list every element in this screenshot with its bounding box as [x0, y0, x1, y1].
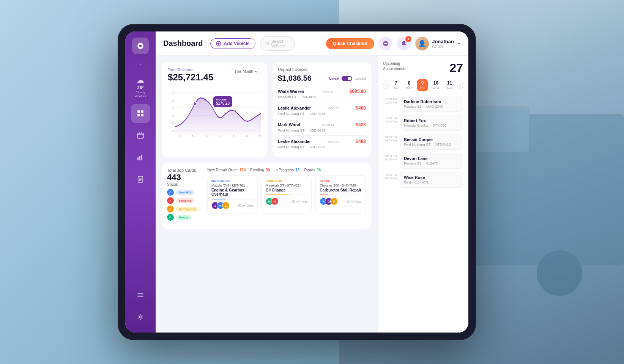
invoice-item[interactable]: Leslie Alexander #000156 $488 Ford Musta… — [278, 136, 366, 152]
notification-button[interactable]: 5 — [397, 37, 411, 50]
sidebar: › ☁ 26° CloudyWeather — [125, 31, 156, 333]
left-panel: Total Revenue $25,721.45 This Month — [156, 56, 377, 333]
svg-text:4th: 4th — [219, 135, 222, 138]
sidebar-item-analytics[interactable] — [131, 148, 150, 167]
sidebar-item-reports[interactable] — [131, 170, 150, 189]
apt-card[interactable]: Wise Rose Ford · 114-KTI — [400, 172, 463, 188]
status-badge-ready: ✓ Ready — [167, 214, 201, 221]
status-badges: ✓ New RO ✓ Pending ✓ In — [167, 189, 201, 221]
svg-rect-7 — [141, 110, 143, 113]
svg-text:9k: 9k — [172, 99, 174, 102]
svg-text:5th: 5th — [233, 135, 235, 138]
invoice-item[interactable]: Leslie Alexander #000156 $488 Ford Musta… — [278, 102, 366, 119]
user-info: Jonathan Admin — [432, 39, 454, 49]
svg-rect-15 — [139, 156, 140, 160]
svg-point-46 — [194, 102, 196, 106]
toggle-latest[interactable]: Latest — [329, 77, 339, 80]
invoice-total-row: $1,036.56 Latest Largest — [278, 74, 366, 83]
job-card-repair[interactable]: Repair Chrysler 300 · 847-YMG Carburetor… — [315, 175, 366, 213]
invoices-title: Unpaid Invoices — [278, 67, 366, 72]
status-badge-pending: ✓ Pending — [167, 197, 201, 204]
svg-text:7k: 7k — [172, 107, 174, 110]
svg-text:1k: 1k — [172, 129, 174, 132]
weather-temp: 26° — [137, 85, 144, 90]
sidebar-item-dashboard[interactable] — [131, 104, 150, 123]
svg-rect-14 — [137, 157, 139, 160]
cal-prev-btn[interactable]: ‹ — [383, 82, 389, 89]
avatar: L — [222, 202, 230, 209]
apt-title: UpcomingAppointments — [383, 61, 406, 72]
sidebar-item-calendar[interactable] — [131, 126, 150, 145]
job-progress-fluid — [266, 195, 308, 195]
job-card-fluid-flush[interactable]: Fluid Flush Maserati GT · 977-4224 Oil C… — [262, 175, 312, 213]
main-content: Dashboard Add Vehicle Search Vehicle — [156, 31, 468, 333]
clock-icon — [238, 204, 241, 207]
invoice-item[interactable]: Wade Warren #000256 $695.90 Maserati GT … — [278, 86, 366, 102]
page-title: Dashboard — [163, 39, 203, 48]
invoice-toggle[interactable]: Latest Largest — [329, 76, 366, 81]
apt-card[interactable]: Darlene Robertson Porshce 91 · MAG-2343 — [400, 96, 463, 112]
appointment-item[interactable]: 04:30 PM 05:00 PM Devon Lane Porshce 91 … — [383, 153, 463, 169]
appointment-item[interactable]: 10:30 AM 12:00 PM Darlene Robertson Pors… — [383, 96, 463, 112]
svg-point-5 — [139, 45, 142, 47]
quick-checkout-button[interactable]: Quick Checkout — [326, 38, 374, 49]
add-vehicle-button[interactable]: Add Vehicle — [210, 38, 255, 49]
cal-day-7[interactable]: 7 Tue — [390, 79, 402, 91]
vr-button[interactable] — [379, 37, 392, 50]
svg-point-47 — [234, 110, 236, 113]
job-cards-section: Total Job Cards 443 Status: ✓ New RO — [162, 163, 371, 229]
pending-pill: Pending — [176, 198, 194, 203]
svg-rect-6 — [137, 110, 140, 113]
apt-day: 27 — [449, 61, 463, 75]
svg-line-60 — [294, 202, 295, 202]
cal-next-btn[interactable]: › — [457, 82, 463, 89]
apt-header: UpcomingAppointments 27 — [383, 61, 463, 75]
sidebar-item-menu[interactable] — [131, 286, 150, 304]
toggle-largest[interactable]: Largest — [355, 77, 366, 80]
chart-tooltip: Income $175.23 — [213, 96, 232, 107]
stat-new-repair: New Repair Order 174 — [207, 168, 246, 172]
job-days: 04 Days — [238, 204, 253, 207]
svg-rect-10 — [137, 133, 143, 138]
job-status-col: Total Job Cards 443 Status: ✓ New RO — [167, 168, 201, 224]
calendar-nav: ‹ 7 Tue 8 Wed 9 — [383, 79, 463, 91]
svg-text:1st: 1st — [179, 135, 181, 138]
svg-rect-16 — [141, 155, 142, 160]
user-name: Jonathan — [432, 39, 454, 44]
svg-point-32 — [386, 43, 388, 44]
sidebar-settings-btn[interactable] — [131, 308, 150, 326]
svg-rect-8 — [137, 114, 140, 116]
cal-day-10[interactable]: 10 Wed — [430, 79, 442, 91]
appointment-item[interactable]: 12:30 PM 01:00 PM Wise Rose Ford · 114-K… — [383, 172, 463, 188]
invoices-panel: Unpaid Invoices $1,036.56 Latest Largest — [273, 62, 371, 157]
revenue-label: Total Revenue — [168, 68, 213, 72]
toggle-switch[interactable] — [342, 76, 352, 81]
sidebar-chevron-icon: › — [137, 60, 144, 68]
job-cards-row: Maintenance Mazda RX8 · LBT-781 Engine &… — [207, 175, 366, 213]
user-menu[interactable]: 👤 Jonathan Admin — [415, 37, 461, 50]
period-selector[interactable]: This Month — [231, 68, 261, 75]
appointment-item[interactable]: 12:00 PM 12:30 PM Robert Fox Hyundai Ela… — [383, 115, 463, 131]
apt-card[interactable]: Devon Lane Porshce 91 · 013-KTI — [400, 153, 463, 169]
apt-card[interactable]: Robert Fox Hyundai Elantra · FFX-780 — [400, 115, 463, 131]
job-progress-maintenance — [211, 199, 254, 199]
app-logo[interactable] — [132, 38, 149, 54]
job-card-maintenance[interactable]: Maintenance Mazda RX8 · LBT-781 Engine &… — [207, 175, 258, 213]
appointment-item[interactable]: 01:30 PM 03:00 PM Bessie Cooper Ford Mus… — [383, 134, 463, 150]
cal-day-9[interactable]: 9 Thu — [417, 79, 428, 91]
job-stats-row: New Repair Order 174 Pending 90 In Progr… — [207, 168, 366, 172]
weather-icon: ☁ — [137, 75, 144, 85]
new-ro-icon: ✓ — [167, 189, 174, 196]
apt-card[interactable]: Bessie Cooper Ford Mustang GT · ATE-3415 — [400, 134, 463, 150]
appointment-list: 10:30 AM 12:00 PM Darlene Robertson Pors… — [383, 96, 463, 191]
revenue-chart: 9k 9k 7k 5k 3k 1k — [168, 89, 261, 138]
search-box[interactable]: Search Vehicle — [260, 36, 295, 51]
cal-day-11[interactable]: 11 Wed — [443, 79, 455, 91]
invoice-item[interactable]: Mark Wood #000118 $423 Ford Mustang GT ·… — [278, 119, 366, 136]
tablet-screen: › ☁ 26° CloudyWeather — [125, 31, 468, 333]
pending-icon: ✓ — [167, 197, 174, 204]
avatar: R — [330, 198, 338, 205]
cal-day-8[interactable]: 8 Wed — [403, 79, 415, 91]
vr-icon — [383, 41, 389, 47]
ready-icon: ✓ — [167, 214, 174, 221]
